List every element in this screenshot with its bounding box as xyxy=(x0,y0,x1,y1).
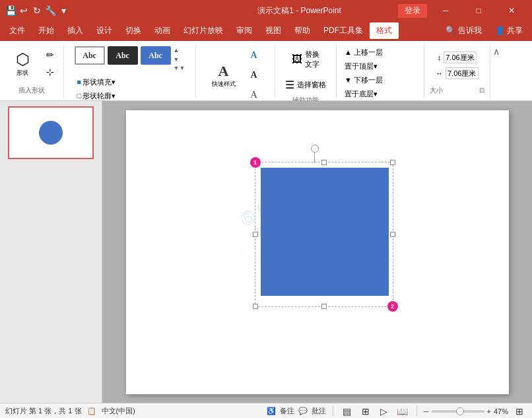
selection-point-2: 2 xyxy=(387,301,398,312)
quick-style-button[interactable]: A 快速样式 xyxy=(207,59,241,92)
slide-thumbnail[interactable] xyxy=(8,106,94,159)
menu-pdf[interactable]: PDF工具集 xyxy=(317,22,370,39)
insert-shape-group: ⬡ 形状 ✏ ⊹ 插入形状 xyxy=(0,44,64,98)
title-bar: 💾 ↩ ↻ 🔧 ▾ 演示文稿1 - PowerPoint 登录 ─ □ ✕ xyxy=(0,0,532,21)
width-label: ↔ xyxy=(436,69,443,77)
shape-selection-box: 1 2 xyxy=(255,162,393,307)
redo-icon[interactable]: ↻ xyxy=(32,5,42,16)
handle-bm[interactable] xyxy=(321,304,327,309)
selection-point-1: 1 xyxy=(250,157,261,168)
size-expand[interactable]: ⊡ xyxy=(479,87,484,94)
comments-icon: 💬 xyxy=(298,407,308,415)
rotation-handle[interactable] xyxy=(311,145,319,153)
ribbon: ⬡ 形状 ✏ ⊹ 插入形状 Abc Abc Abc xyxy=(0,41,532,101)
title-bar-right: 登录 ─ □ ✕ xyxy=(397,0,527,21)
zoom-minus[interactable]: ─ xyxy=(424,407,429,415)
slide-canvas[interactable]: ⑥ 软件自 www.rjzx网 1 2 xyxy=(126,110,509,394)
text-fill-button[interactable]: A xyxy=(244,46,265,65)
svg-point-0 xyxy=(261,168,389,296)
reading-view-btn[interactable]: 📖 xyxy=(395,404,410,419)
comments-button[interactable]: 批注 xyxy=(312,406,326,416)
height-input[interactable] xyxy=(444,52,477,63)
handle-ml[interactable] xyxy=(253,232,258,237)
alt-text-button[interactable]: 🖼 替换文字 xyxy=(287,46,324,73)
menu-insert[interactable]: 插入 xyxy=(61,22,90,39)
menu-share[interactable]: 👤 共享 xyxy=(488,22,529,39)
menu-bar: 文件 开始 插入 设计 切换 动画 幻灯片放映 审阅 视图 帮助 PDF工具集 … xyxy=(0,21,532,41)
size-label: 大小 xyxy=(430,86,443,95)
fit-slide-btn[interactable]: ⊞ xyxy=(512,404,527,419)
slides-panel: 1 xyxy=(0,101,102,403)
shape-style-1[interactable]: Abc xyxy=(75,46,105,65)
shape-outline-button[interactable]: □ 形状轮廓▾ xyxy=(75,90,185,102)
language-label: 中文(中国) xyxy=(102,406,135,416)
status-icon-1: 📋 xyxy=(87,407,96,415)
menu-slideshow[interactable]: 幻灯片放映 xyxy=(177,22,230,39)
title-bar-icons: 💾 ↩ ↻ 🔧 ▾ xyxy=(5,5,69,16)
menu-format[interactable]: 格式 xyxy=(370,22,399,39)
select-pane-button[interactable]: ☰ 选择窗格 xyxy=(281,75,331,94)
edit-shape-button[interactable]: ✏ xyxy=(42,47,58,63)
minimize-button[interactable]: ─ xyxy=(430,0,461,21)
shape-style-2[interactable]: Abc xyxy=(108,46,138,65)
outline-view-btn[interactable]: ⊞ xyxy=(358,404,373,419)
handle-bl[interactable] xyxy=(253,304,258,309)
bring-forward-button[interactable]: ▲ 上移一层 xyxy=(342,46,385,59)
height-label: ↕ xyxy=(438,53,442,61)
customize-icon[interactable]: 🔧 xyxy=(45,5,55,16)
title-bar-title: 演示文稿1 - PowerPoint xyxy=(201,5,397,17)
normal-view-btn[interactable]: ▤ xyxy=(340,404,354,419)
shape-style-3[interactable]: Abc xyxy=(141,46,171,65)
art-styles-group: A 快速样式 A A A 艺术字样式 ⊡ xyxy=(196,44,275,98)
arrange-group: ▲ 上移一层 置于顶层▾ ▼ 下移一层 置于底层▾ 对齐▾ 组合▾ 旋转▾ 排列 xyxy=(337,44,424,98)
zoom-slider[interactable] xyxy=(432,410,484,413)
bring-top-button[interactable]: 置于顶层▾ xyxy=(342,60,380,73)
zoom-plus[interactable]: + xyxy=(487,407,491,415)
restore-button[interactable]: □ xyxy=(463,0,494,21)
save-icon[interactable]: 💾 xyxy=(5,5,16,16)
slide-info: 幻灯片 第 1 张，共 1 张 xyxy=(5,406,82,416)
text-outline-button[interactable]: A xyxy=(244,66,265,85)
menu-design[interactable]: 设计 xyxy=(90,22,119,39)
close-button[interactable]: ✕ xyxy=(496,0,527,21)
menu-home[interactable]: 开始 xyxy=(32,22,61,39)
assist-group: 🖼 替换文字 ☰ 选择窗格 辅助功能 xyxy=(275,44,337,98)
edit-points-button[interactable]: ⊹ xyxy=(42,64,58,80)
handle-tm[interactable] xyxy=(321,160,327,165)
zoom-level: 47% xyxy=(494,407,508,415)
menu-help[interactable]: 帮助 xyxy=(288,22,317,39)
notes-button[interactable]: 备注 xyxy=(280,406,294,416)
insert-shape-label: 插入形状 xyxy=(18,86,45,95)
menu-view[interactable]: 视图 xyxy=(259,22,288,39)
shape-styles-group: Abc Abc Abc ▲ ▼ ▼▼ ■ 形状填充▾ xyxy=(64,44,196,98)
send-backward-button[interactable]: ▼ 下移一层 xyxy=(342,74,385,87)
menu-file[interactable]: 文件 xyxy=(3,22,32,39)
handle-tr[interactable] xyxy=(390,160,395,165)
status-bar: 幻灯片 第 1 张，共 1 张 📋 中文(中国) ♿ 备注 💬 批注 ▤ ⊞ ▷… xyxy=(0,403,532,418)
dropdown-icon[interactable]: ▾ xyxy=(58,5,69,16)
size-group: ↕ ↔ 大小 ⊡ xyxy=(424,44,490,98)
menu-transitions[interactable]: 切换 xyxy=(119,22,148,39)
canvas-area: ⑥ 软件自 www.rjzx网 1 2 xyxy=(102,101,532,403)
circle-shape[interactable] xyxy=(261,168,389,296)
menu-tell-me[interactable]: 🔍 告诉我 xyxy=(439,22,488,39)
status-right: ♿ 备注 💬 批注 ▤ ⊞ ▷ 📖 ─ + 47% ⊞ xyxy=(267,404,527,419)
handle-mr[interactable] xyxy=(390,232,395,237)
title-bar-left: 💾 ↩ ↻ 🔧 ▾ xyxy=(5,5,201,16)
menu-review[interactable]: 审阅 xyxy=(230,22,259,39)
accessibility-icon: ♿ xyxy=(267,407,276,415)
shape-fill-button[interactable]: ■ 形状填充▾ xyxy=(75,76,185,88)
undo-icon[interactable]: ↩ xyxy=(18,5,29,16)
shapes-button[interactable]: ⬡ 形状 xyxy=(5,46,40,81)
send-bottom-button[interactable]: 置于底层▾ xyxy=(342,88,380,100)
ribbon-collapse[interactable]: ∧ xyxy=(490,44,502,98)
width-input[interactable] xyxy=(446,67,479,79)
login-button[interactable]: 登录 xyxy=(397,3,428,18)
menu-animations[interactable]: 动画 xyxy=(148,22,177,39)
slide-show-btn[interactable]: ▷ xyxy=(377,404,391,419)
